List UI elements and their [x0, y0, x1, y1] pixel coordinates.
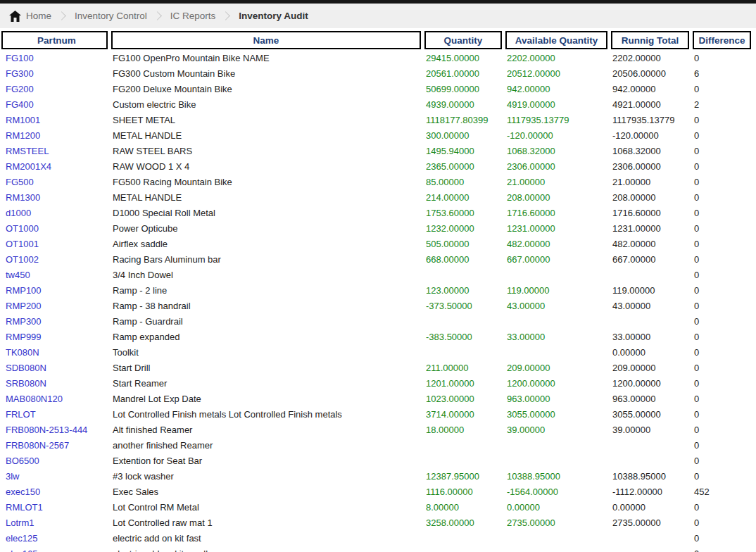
difference-cell: 0 [693, 51, 751, 66]
chevron-right-icon [153, 11, 162, 20]
difference-cell: 0 [693, 283, 751, 299]
partnum-link[interactable]: RMSTEEL [6, 146, 49, 156]
running-total-cell: 482.00000 [611, 237, 689, 252]
column-header-available-quantity[interactable]: Available Quantity [505, 31, 607, 49]
partnum-link[interactable]: FG100 [6, 53, 34, 63]
partnum-link[interactable]: RMP300 [6, 316, 42, 327]
available-quantity-cell: -1564.00000 [505, 484, 607, 500]
partnum-link[interactable]: elec165 [6, 548, 38, 552]
partnum-link[interactable]: d1000 [6, 208, 31, 218]
difference-cell: 0 [693, 206, 751, 221]
partnum-link[interactable]: RMP200 [6, 301, 42, 311]
partnum-link[interactable]: FRLOT [6, 409, 36, 420]
column-header-partnum[interactable]: Partnum [1, 31, 108, 49]
name-cell: Power Opticube [111, 221, 421, 237]
running-total-cell: 208.00000 [611, 190, 689, 206]
partnum-link[interactable]: OT1002 [6, 254, 39, 265]
partnum-cell: RMP100 [1, 283, 108, 299]
running-total-cell: 4921.00000 [611, 97, 689, 113]
running-total-cell: 667.00000 [611, 252, 689, 268]
partnum-link[interactable]: RMP100 [6, 285, 42, 296]
available-quantity-cell: 1231.00000 [505, 221, 607, 237]
partnum-link[interactable]: SRB080N [6, 378, 46, 389]
partnum-link[interactable]: 3lw [6, 471, 20, 482]
table-row: RM1300 METAL HANDLE 214.00000 208.00000 … [1, 190, 756, 206]
partnum-link[interactable]: SDB080N [6, 363, 46, 373]
partnum-link[interactable]: FG200 [6, 84, 34, 94]
available-quantity-cell: 43.00000 [505, 299, 607, 314]
inventory-audit-report: Partnum Name Quantity Available Quantity… [1, 31, 756, 552]
difference-cell: 0 [693, 376, 751, 391]
partnum-link[interactable]: FRB080N-2567 [6, 440, 69, 451]
partnum-cell: RMP300 [1, 314, 108, 330]
table-row: FG200 FG200 Deluxe Mountain Bike 50699.0… [1, 82, 756, 97]
table-row: RMP200 Ramp - 38 handrail -373.50000 43.… [1, 299, 756, 314]
partnum-link[interactable]: RMP999 [6, 332, 42, 342]
partnum-link[interactable]: exec150 [6, 487, 40, 497]
difference-cell: 0 [693, 221, 751, 237]
quantity-cell: 85.00000 [424, 175, 502, 190]
partnum-link[interactable]: BO6500 [6, 456, 39, 466]
partnum-cell: RM1001 [1, 113, 108, 128]
name-cell: Airflex saddle [111, 237, 421, 252]
quantity-cell: 1118177.80399 [424, 113, 502, 128]
partnum-cell: FG200 [1, 82, 108, 97]
available-quantity-cell: 4919.00000 [505, 97, 607, 113]
quantity-cell: 8.00000 [424, 500, 502, 515]
column-header-quantity[interactable]: Quantity [424, 31, 502, 49]
running-total-cell: 942.00000 [611, 82, 689, 97]
partnum-link[interactable]: MAB080N120 [6, 394, 63, 404]
quantity-cell: 1495.94000 [424, 144, 502, 159]
column-header-difference[interactable]: Difference [693, 31, 751, 49]
table-row: 3lw #3 lock washer 12387.95000 10388.950… [1, 469, 756, 484]
column-header-name[interactable]: Name [111, 31, 421, 49]
quantity-cell: 20561.00000 [424, 66, 502, 82]
partnum-link[interactable]: FG400 [6, 99, 34, 110]
table-row: RM2001X4 RAW WOOD 1 X 4 2365.00000 2306.… [1, 159, 756, 175]
partnum-link[interactable]: RM1200 [6, 130, 40, 141]
partnum-link[interactable]: OT1001 [6, 239, 39, 249]
name-cell: Ramp - 2 line [111, 283, 421, 299]
available-quantity-cell: 2735.00000 [505, 515, 607, 531]
running-total-cell: 20506.00000 [611, 66, 689, 82]
table-row: RMLOT1 Lot Control RM Metal 8.00000 0.00… [1, 500, 756, 515]
quantity-cell: 4939.00000 [424, 97, 502, 113]
column-header-running-total[interactable]: Runnig Total [611, 31, 689, 49]
table-row: SRB080N Start Reamer 1201.00000 1200.000… [1, 376, 756, 391]
breadcrumb-item-inventory-audit: Inventory Audit [239, 11, 308, 21]
partnum-link[interactable]: RM2001X4 [6, 161, 51, 172]
name-cell: Lot Control RM Metal [111, 500, 421, 515]
available-quantity-cell: 209.00000 [505, 360, 607, 376]
partnum-link[interactable]: FG500 [6, 177, 34, 187]
partnum-link[interactable]: TK080N [6, 347, 39, 358]
partnum-link[interactable]: tw450 [6, 270, 30, 280]
quantity-cell: 505.00000 [424, 237, 502, 252]
breadcrumb-item-ic-reports[interactable]: IC Reports [170, 11, 216, 21]
partnum-link[interactable]: RM1001 [6, 115, 40, 125]
breadcrumb-item-home[interactable]: Home [9, 11, 51, 22]
name-cell: Alt finished Reamer [111, 422, 421, 438]
breadcrumb-item-inventory-control[interactable]: Inventory Control [75, 11, 147, 21]
running-total-cell: 1200.00000 [611, 376, 689, 391]
running-total-cell: 43.00000 [611, 299, 689, 314]
partnum-link[interactable]: FRB080N-2513-444 [6, 425, 87, 435]
partnum-cell: OT1002 [1, 252, 108, 268]
running-total-cell: 2202.00000 [611, 51, 689, 66]
quantity-cell: 1201.00000 [424, 376, 502, 391]
running-total-cell: 10388.95000 [611, 469, 689, 484]
difference-cell: 0 [693, 314, 751, 330]
chevron-right-icon [221, 11, 230, 20]
running-total-cell: 3055.00000 [611, 407, 689, 422]
partnum-link[interactable]: elec125 [6, 533, 38, 544]
available-quantity-cell: 1068.32000 [505, 144, 607, 159]
partnum-link[interactable]: RM1300 [6, 192, 40, 203]
running-total-cell: 963.00000 [611, 391, 689, 407]
partnum-link[interactable]: OT1000 [6, 223, 39, 234]
table-row: tw450 3/4 Inch Dowel 0 [1, 268, 756, 283]
running-total-cell: 209.00000 [611, 360, 689, 376]
table-row: elec165 electric add on kit smaller 0 [1, 546, 756, 552]
partnum-link[interactable]: Lotrm1 [6, 518, 34, 528]
partnum-link[interactable]: RMLOT1 [6, 502, 43, 513]
name-cell: Custom electric Bike [111, 97, 421, 113]
partnum-link[interactable]: FG300 [6, 68, 34, 79]
